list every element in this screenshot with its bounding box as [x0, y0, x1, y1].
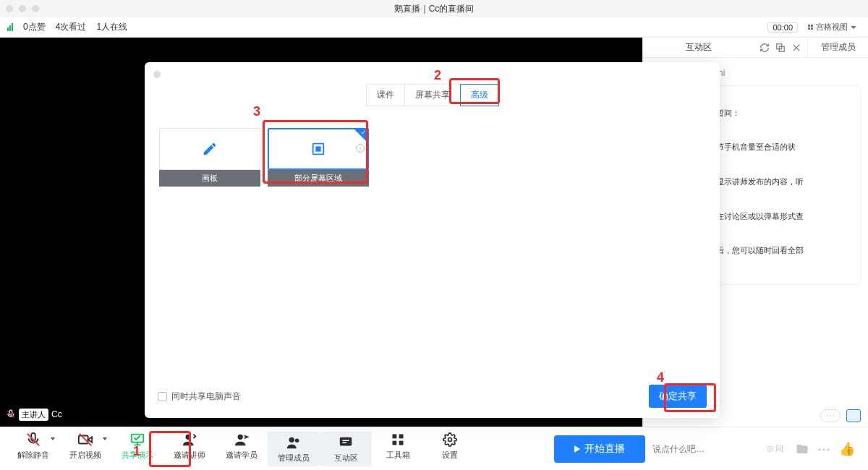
- control-invite1[interactable]: 邀请讲师: [163, 432, 216, 466]
- option-partial-screen[interactable]: i 部分屏幕区域: [268, 128, 369, 187]
- user-send-icon: [232, 432, 251, 448]
- sidebar-title: 互动区: [643, 41, 754, 54]
- option-label: 部分屏幕区域: [268, 170, 369, 187]
- share-dialog: 课件 屏幕共享 高级 画板 i 部分屏幕区域 同时共享电脑声音 确定共享: [145, 62, 720, 418]
- clock: 00:00: [767, 22, 798, 33]
- view-mode-select[interactable]: 宫格视图: [804, 22, 861, 33]
- thumbs-up-icon[interactable]: 👍: [839, 441, 855, 457]
- svg-point-11: [186, 434, 191, 439]
- more-icon[interactable]: ⋯: [817, 441, 830, 457]
- window-title: 鹅直播｜Cc的直播间: [394, 3, 475, 15]
- users-icon: [284, 435, 303, 450]
- manage-members-tab[interactable]: 管理成员: [807, 38, 868, 57]
- svg-rect-15: [340, 437, 352, 445]
- window-min-icon[interactable]: [19, 5, 26, 12]
- folder-icon[interactable]: [796, 443, 809, 456]
- chat-input[interactable]: [652, 444, 761, 454]
- share-options: 画板 i 部分屏幕区域: [158, 128, 707, 187]
- tab-screen-share[interactable]: 屏幕共享: [404, 84, 460, 106]
- chat-icon: [336, 435, 355, 450]
- bottom-controls: 解除静音开启视频共享演示邀请讲师邀请学员管理成员互动区工具箱设置 开始直播 ◎问…: [0, 427, 868, 470]
- svg-point-20: [448, 437, 452, 441]
- control-label: 邀请学员: [226, 450, 258, 461]
- bubble-icon[interactable]: ⋯: [820, 409, 841, 422]
- control-label: 开启视频: [69, 450, 101, 461]
- control-label: 邀请讲师: [174, 450, 205, 461]
- tab-courseware[interactable]: 课件: [366, 84, 404, 106]
- pencil-icon: [202, 141, 218, 157]
- annotation-number-1: 1: [133, 444, 140, 459]
- checkbox-label: 同时共享电脑声音: [171, 390, 241, 403]
- popout-icon[interactable]: [775, 43, 786, 53]
- svg-rect-6: [315, 146, 320, 151]
- send-hint[interactable]: ◎问: [767, 443, 783, 454]
- svg-point-13: [289, 437, 294, 442]
- views-count: 4次看过: [56, 21, 87, 33]
- checkbox-icon: [158, 392, 167, 401]
- control-label: 管理成员: [278, 453, 310, 463]
- online-count: 1人在线: [96, 21, 127, 33]
- option-whiteboard[interactable]: 画板: [159, 128, 260, 187]
- dialog-close-icon[interactable]: [153, 71, 161, 78]
- svg-rect-19: [399, 440, 404, 445]
- close-icon[interactable]: [791, 43, 801, 53]
- tab-advanced[interactable]: 高级: [460, 84, 499, 106]
- window-traffic-lights[interactable]: [6, 5, 39, 12]
- likes-count: 0点赞: [23, 21, 46, 33]
- refresh-icon[interactable]: [760, 43, 770, 53]
- view-mode-label: 宫格视图: [816, 22, 848, 33]
- info-icon[interactable]: i: [356, 144, 365, 153]
- share-audio-checkbox[interactable]: 同时共享电脑声音: [158, 390, 241, 403]
- option-label: 画板: [159, 170, 260, 187]
- control-label: 互动区: [334, 453, 358, 463]
- check-icon: [354, 129, 367, 142]
- control-invite2[interactable]: 邀请学员: [216, 432, 268, 466]
- selection-icon: [310, 141, 326, 157]
- start-live-label: 开始直播: [584, 443, 625, 456]
- chevron-down-icon[interactable]: [103, 437, 107, 440]
- control-mute[interactable]: 解除静音: [7, 432, 59, 466]
- control-video[interactable]: 开启视频: [59, 432, 111, 466]
- gear-icon: [441, 432, 459, 448]
- share-dialog-tabs: 课件 屏幕共享 高级: [158, 84, 707, 106]
- grid-icon: [388, 432, 407, 448]
- svg-rect-16: [393, 434, 397, 438]
- annotation-number-4: 4: [657, 370, 664, 385]
- annotation-number-2: 2: [434, 68, 441, 83]
- signal-icon: [7, 23, 13, 31]
- user-plus-icon: [180, 432, 199, 448]
- presenter-name: Cc: [51, 409, 62, 419]
- window-close-icon[interactable]: [6, 5, 13, 12]
- control-label: 设置: [442, 450, 458, 461]
- window-max-icon[interactable]: [32, 5, 39, 12]
- svg-rect-17: [399, 434, 404, 438]
- mic-muted-icon: [6, 409, 16, 419]
- play-icon: [574, 445, 580, 453]
- control-label: 工具箱: [386, 450, 410, 461]
- confirm-share-button[interactable]: 确定共享: [649, 385, 707, 408]
- svg-rect-18: [393, 440, 397, 445]
- svg-point-14: [295, 438, 299, 443]
- chevron-down-icon[interactable]: [51, 437, 55, 440]
- presenter-role: 主讲人: [19, 409, 48, 421]
- control-members[interactable]: 管理成员: [268, 432, 320, 466]
- control-tools[interactable]: 工具箱: [372, 432, 424, 466]
- control-settings[interactable]: 设置: [424, 432, 476, 466]
- grid-icon: [808, 25, 813, 30]
- chevron-down-icon: [851, 26, 856, 29]
- svg-point-12: [238, 434, 243, 439]
- start-live-button[interactable]: 开始直播: [554, 435, 645, 463]
- stats-bar: 0点赞 4次看过 1人在线 00:00 宫格视图: [0, 17, 868, 38]
- control-chat[interactable]: 互动区: [320, 432, 372, 466]
- cam-off-icon: [76, 432, 95, 448]
- control-label: 解除静音: [17, 450, 49, 461]
- window-titlebar: 鹅直播｜Cc的直播间: [0, 0, 868, 17]
- calendar-icon[interactable]: [846, 409, 861, 422]
- annotation-number-3: 3: [253, 104, 260, 119]
- mic-off-icon: [24, 432, 43, 448]
